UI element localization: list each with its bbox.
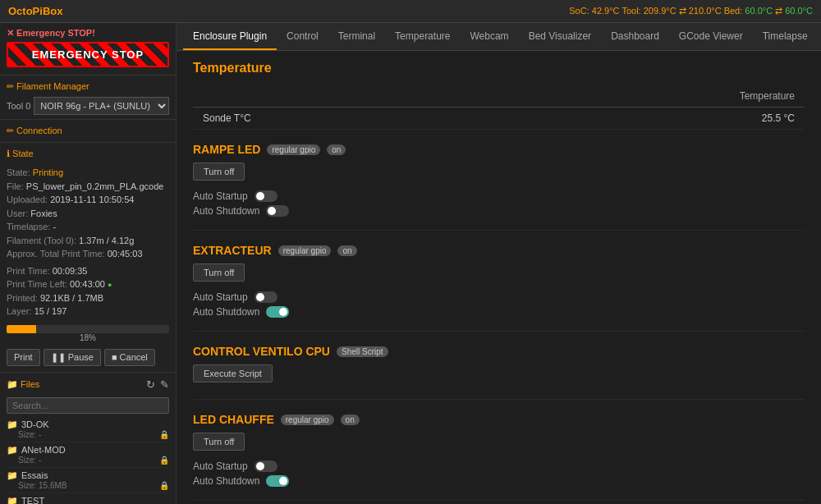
file-list: 📁3D-OK Size: -🔒 📁ANet-MOD Size: -🔒 📁Essa…	[0, 417, 176, 505]
auto-shutdown-label: Auto Shutdown	[193, 306, 259, 318]
time-left-value: 00:43:00	[70, 279, 105, 289]
auto-startup-label: Auto Startup	[193, 291, 248, 303]
tab-webcam[interactable]: Webcam	[460, 24, 518, 50]
tab-enclosure-plugin[interactable]: Enclosure Plugin	[183, 24, 277, 50]
plugin-title: RAMPE LED	[193, 143, 260, 156]
layout: ✕ Emergency STOP! EMERGENCY STOP ✏ Filam…	[0, 23, 821, 504]
auto-shutdown-label: Auto Shutdown	[193, 475, 259, 487]
uploaded-label: Uploaded:	[7, 195, 48, 204]
turn-off-button[interactable]: Turn off	[193, 163, 245, 181]
auto-startup-row: Auto Startup	[193, 291, 805, 303]
status-text: SoC: 42.9°C Tool: 209.9°C ⇄ 210.0°C Bed:…	[569, 6, 813, 16]
auto-startup-toggle[interactable]	[255, 460, 277, 472]
print-button[interactable]: Print	[7, 349, 40, 366]
tool-select[interactable]: NOIR 96g - PLA+ (SUNLU)	[34, 97, 169, 115]
plugin-title: LED CHAUFFE	[193, 413, 274, 426]
file-item-name: 📁3D-OK	[7, 419, 169, 430]
main-panel: Enclosure Plugin Control Terminal Temper…	[177, 23, 821, 504]
plugin-header: LED CHAUFFE regular gpio on	[193, 413, 805, 426]
tool-label: Tool 0	[7, 101, 30, 111]
tab-menu-button[interactable]: ☰ ▾	[818, 23, 821, 51]
tab-dashboard[interactable]: Dashboard	[601, 24, 669, 50]
execute-script-button[interactable]: Execute Script	[193, 364, 273, 383]
auto-shutdown-toggle[interactable]	[266, 205, 289, 217]
folder-icon: 📁	[7, 445, 18, 456]
plugin-section-extracteur: EXTRACTEUR regular gpio on Turn off Auto…	[193, 244, 805, 332]
auto-shutdown-row: Auto Shutdown	[193, 306, 805, 318]
logo: OctoPiBox	[8, 5, 62, 17]
sidebar: ✕ Emergency STOP! EMERGENCY STOP ✏ Filam…	[0, 23, 177, 504]
content-title: Temperature	[193, 61, 805, 76]
file-item-name: 📁Essais	[7, 470, 169, 481]
search-box	[7, 397, 169, 414]
tab-bar: Enclosure Plugin Control Terminal Temper…	[177, 23, 821, 51]
auto-startup-row: Auto Startup	[193, 190, 805, 202]
auto-shutdown-row: Auto Shutdown	[193, 475, 805, 487]
folder-icon: 📁	[7, 419, 18, 430]
folder-icon: 📁	[7, 470, 18, 481]
state-value: Printing	[33, 167, 63, 177]
user-value: Foxies	[30, 208, 57, 218]
filament-manager-link[interactable]: ✏ Filament Manager	[0, 78, 176, 95]
time-left-label: Print Time Left:	[7, 279, 67, 289]
shell-tag: Shell Script	[337, 346, 388, 357]
progress-label: 18%	[7, 333, 169, 342]
turn-off-button[interactable]: Turn off	[193, 433, 245, 451]
emergency-stop-button[interactable]: EMERGENCY STOP	[7, 42, 169, 67]
progress-bar-bg	[7, 325, 169, 333]
search-input[interactable]	[7, 397, 169, 414]
layer-label: Layer:	[7, 306, 32, 316]
upload-icon[interactable]: ✎	[160, 378, 169, 391]
on-tag: on	[327, 144, 346, 155]
tab-control[interactable]: Control	[277, 24, 328, 50]
gpio-tag: regular gpio	[278, 245, 332, 256]
state-link[interactable]: ℹ State	[0, 145, 176, 163]
gpio-tag: regular gpio	[281, 415, 334, 425]
plugin-section-rampe-led: RAMPE LED regular gpio on Turn off Auto …	[193, 143, 805, 231]
file-item-size: Size: -🔒	[18, 430, 169, 439]
state-section: State: Printing File: PS_lower_pin_0.2mm…	[0, 163, 176, 322]
refresh-icon[interactable]: ↻	[146, 378, 155, 391]
approx-value: 00:45:03	[108, 249, 143, 259]
file-value: PS_lower_pin_0.2mm_PLA.gcode	[26, 181, 164, 191]
auto-startup-label: Auto Startup	[193, 460, 248, 472]
plugin-header: CONTROL VENTILO CPU Shell Script	[193, 345, 805, 358]
tool-row: Tool 0 NOIR 96g - PLA+ (SUNLU)	[0, 95, 176, 117]
plugin-section-control-ventilo: CONTROL VENTILO CPU Shell Script Execute…	[193, 345, 805, 400]
content-area: Temperature Temperature Sonde T°C 25.5 °…	[177, 51, 821, 504]
emergency-title: ✕ Emergency STOP!	[7, 28, 169, 39]
topbar-left: OctoPiBox	[8, 5, 62, 17]
table-row: Sonde T°C 25.5 °C	[193, 108, 805, 130]
auto-startup-label: Auto Startup	[193, 190, 248, 202]
auto-startup-toggle[interactable]	[255, 291, 277, 303]
auto-shutdown-row: Auto Shutdown	[193, 205, 805, 217]
pause-button[interactable]: ❚❚ Pause	[44, 349, 101, 366]
auto-shutdown-toggle[interactable]	[266, 306, 289, 318]
progress-container: 18%	[7, 325, 169, 342]
cancel-button[interactable]: ■ Cancel	[104, 349, 155, 366]
temperature-table: Temperature Sonde T°C 25.5 °C	[193, 85, 805, 130]
tab-gcode-viewer[interactable]: GCode Viewer	[669, 24, 753, 50]
on-tag: on	[337, 245, 356, 256]
plugin-title: CONTROL VENTILO CPU	[193, 345, 330, 358]
plugin-section-led-chauffe: LED CHAUFFE regular gpio on Turn off Aut…	[193, 413, 805, 501]
lock-icon: 🔒	[159, 430, 169, 439]
emergency-section: ✕ Emergency STOP! EMERGENCY STOP	[0, 23, 176, 72]
turn-off-button[interactable]: Turn off	[193, 263, 245, 282]
tab-terminal[interactable]: Terminal	[328, 24, 385, 50]
file-item-size: Size: 15.6MB🔒	[18, 481, 169, 490]
auto-startup-toggle[interactable]	[255, 190, 277, 202]
connection-link[interactable]: ✏ Connection	[0, 122, 176, 140]
timelapse-value: -	[53, 222, 56, 231]
auto-startup-row: Auto Startup	[193, 460, 805, 472]
sensor-label: Sonde T°C	[193, 108, 484, 130]
lock-icon: 🔒	[159, 481, 169, 490]
tab-timelapse[interactable]: Timelapse	[753, 24, 818, 50]
file-item-name: 📁TEST	[7, 496, 169, 505]
progress-bar-fill	[7, 325, 36, 333]
auto-shutdown-toggle[interactable]	[266, 475, 289, 487]
tab-temperature[interactable]: Temperature	[385, 24, 460, 50]
tab-bed-visualizer[interactable]: Bed Visualizer	[519, 24, 602, 50]
file-label: File:	[7, 181, 24, 191]
sensor-value: 25.5 °C	[484, 108, 805, 130]
